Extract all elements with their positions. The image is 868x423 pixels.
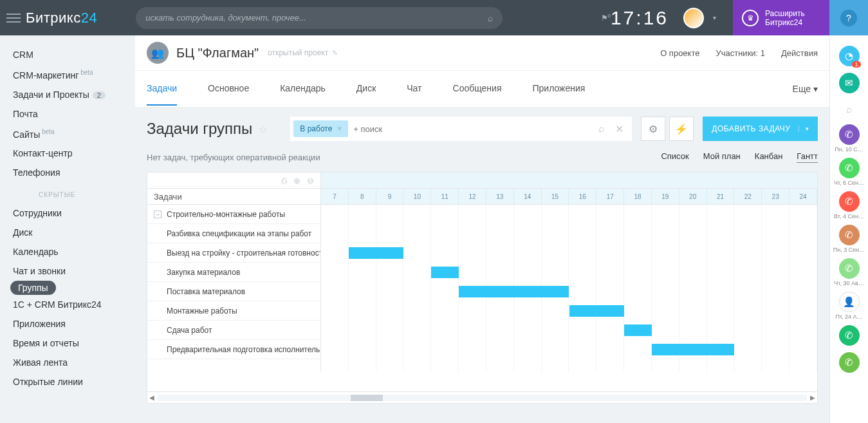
gantt-task-row[interactable]: Закупка материалов (147, 263, 320, 282)
global-search[interactable]: ⌕ (136, 7, 503, 29)
gantt-day: 7 (321, 189, 349, 204)
view-option[interactable]: Мой план (703, 151, 741, 163)
filter-box[interactable]: В работе× ⌕ ✕ (290, 117, 632, 141)
rail-item[interactable]: 👤 (839, 292, 860, 312)
sidebar-item[interactable]: Сайты beta (13, 124, 135, 144)
scroll-thumb[interactable] (351, 395, 383, 401)
rail-item[interactable]: ✆ (839, 352, 860, 373)
rail-item[interactable]: ✉ (839, 73, 860, 93)
gantt-day: 16 (569, 189, 596, 204)
project-icon: 👥 (147, 42, 169, 64)
gantt-bar[interactable] (624, 324, 652, 336)
gantt-bar[interactable] (569, 305, 625, 317)
tab[interactable]: Календарь (280, 72, 326, 106)
tab[interactable]: Диск (356, 72, 376, 106)
sidebar-item[interactable]: CRM-маркетинг beta (13, 64, 135, 85)
clock: 17:16 (611, 7, 669, 29)
view-option[interactable]: Канбан (755, 151, 783, 163)
rail-item[interactable]: ✆ (839, 191, 860, 212)
sidebar-item[interactable]: Телефония (13, 163, 135, 182)
gantt-task-row[interactable]: Разбивка спецификации на этапы работ (147, 224, 320, 243)
sidebar-item[interactable]: Приложения (13, 314, 135, 334)
sidebar-item[interactable]: CRM (13, 45, 135, 64)
gantt-bar[interactable] (652, 344, 734, 355)
search-input[interactable] (145, 13, 488, 23)
search-icon[interactable]: ⌕ (488, 13, 493, 23)
scroll-left-icon[interactable]: ◀ (147, 394, 156, 401)
scroll-right-icon[interactable]: ▶ (808, 394, 817, 401)
settings-button[interactable]: ⚙ (641, 117, 665, 141)
edit-icon[interactable]: ✎ (332, 49, 338, 57)
sidebar-item[interactable]: Открытые линии (13, 372, 135, 391)
sidebar-item[interactable]: Время и отчеты (13, 334, 135, 353)
filter-input[interactable] (353, 124, 593, 134)
gantt-task-row[interactable]: Поставка материалов (147, 282, 320, 301)
gantt-bar[interactable] (431, 267, 459, 278)
tab[interactable]: Сообщения (453, 72, 502, 106)
rail-item[interactable]: ✆ (839, 124, 860, 145)
rail-item[interactable]: ✆ (839, 325, 860, 346)
sidebar-item[interactable]: Сотрудники (13, 203, 135, 223)
tab[interactable]: Задачи (147, 72, 177, 106)
collapse-icon[interactable]: − (154, 211, 162, 218)
favorite-icon[interactable]: ☆ (259, 123, 268, 135)
menu-toggle-icon[interactable] (6, 11, 21, 25)
sidebar-item[interactable]: 1С + CRM Битрикс24 (13, 295, 135, 314)
project-tabs: ЗадачиОсновноеКалендарьДискЧатСообщенияП… (135, 71, 829, 107)
gantt-day: 9 (376, 189, 404, 204)
rail-item[interactable]: ◔1 (839, 46, 860, 66)
chip-close-icon[interactable]: × (337, 124, 342, 133)
sidebar-item[interactable]: Задачи и Проекты2 (13, 85, 135, 104)
user-avatar[interactable] (683, 8, 704, 28)
sidebar-item[interactable]: Диск (13, 223, 135, 242)
sidebar-item[interactable]: Контакт-центр (13, 144, 135, 163)
filter-chip[interactable]: В работе× (293, 120, 348, 137)
gantt-tools: ⎙ ⊕ ⊖ (147, 173, 321, 188)
add-task-dropdown-icon[interactable]: ▾ (799, 126, 809, 132)
help-button[interactable]: ? (829, 0, 868, 35)
about-link[interactable]: О проекте (660, 48, 699, 58)
upgrade-button[interactable]: ♛ РасширитьБитрикс24 (733, 0, 829, 35)
status-row: Нет задач, требующих оперативной реакции… (135, 147, 829, 172)
notifications-icon[interactable]: ⚑0 (601, 13, 611, 23)
tab[interactable]: Основное (208, 72, 249, 106)
tabs-more[interactable]: Еще ▾ (793, 84, 818, 94)
gantt-task-row[interactable]: −Строительно-монтажные работы (147, 205, 320, 224)
print-icon[interactable]: ⎙ (282, 176, 287, 185)
sidebar-item[interactable]: Группы (10, 281, 56, 295)
zoom-out-icon[interactable]: ⊖ (307, 176, 314, 185)
sidebar-item[interactable]: Чат и звонки (13, 261, 135, 281)
zoom-in-icon[interactable]: ⊕ (293, 176, 300, 185)
logo[interactable]: Битрикс24 (26, 10, 97, 26)
sidebar-item[interactable]: Календарь (13, 242, 135, 261)
gantt-day: 21 (707, 189, 735, 204)
sidebar-item[interactable]: Живая лента (13, 353, 135, 372)
view-option[interactable]: Список (661, 151, 688, 163)
sidebar-hidden-label: СКРЫТЫЕ (39, 191, 135, 198)
tab[interactable]: Чат (407, 72, 421, 106)
rail-search-icon[interactable]: ⌕ (830, 104, 868, 115)
gantt-task-label: Поставка материалов (167, 287, 245, 296)
rail-item[interactable]: ✆ (839, 258, 860, 279)
gantt-bar[interactable] (349, 247, 404, 259)
actions-link[interactable]: Действия (781, 48, 818, 58)
gantt-bar[interactable] (459, 286, 569, 297)
view-option[interactable]: Гантт (797, 151, 818, 163)
gantt-task-row[interactable]: Монтажные работы (147, 301, 320, 321)
rail-item[interactable]: ✆ (839, 158, 860, 178)
automation-button[interactable]: ⚡ (669, 117, 694, 141)
gantt-task-row[interactable]: Выезд на стройку - строительная готовнос… (147, 243, 320, 263)
gantt-scrollbar[interactable]: ◀ ▶ (147, 391, 817, 403)
members-link[interactable]: Участники: 1 (716, 48, 765, 58)
gantt-task-row[interactable]: Предварительная подготовка исполнительно… (147, 340, 320, 359)
scroll-track[interactable] (158, 395, 807, 401)
rail-item[interactable]: ✆ (839, 225, 860, 245)
add-task-button[interactable]: ДОБАВИТЬ ЗАДАЧУ▾ (703, 117, 818, 141)
filter-clear-icon[interactable]: ✕ (615, 123, 623, 135)
chevron-down-icon[interactable]: ▾ (713, 14, 716, 21)
filter-search-icon[interactable]: ⌕ (598, 123, 605, 135)
gantt-task-row[interactable]: Сдача работ (147, 321, 320, 340)
rail-date: Пт, 24 А… (830, 314, 868, 320)
tab[interactable]: Приложения (533, 72, 586, 106)
sidebar-item[interactable]: Почта (13, 104, 135, 124)
